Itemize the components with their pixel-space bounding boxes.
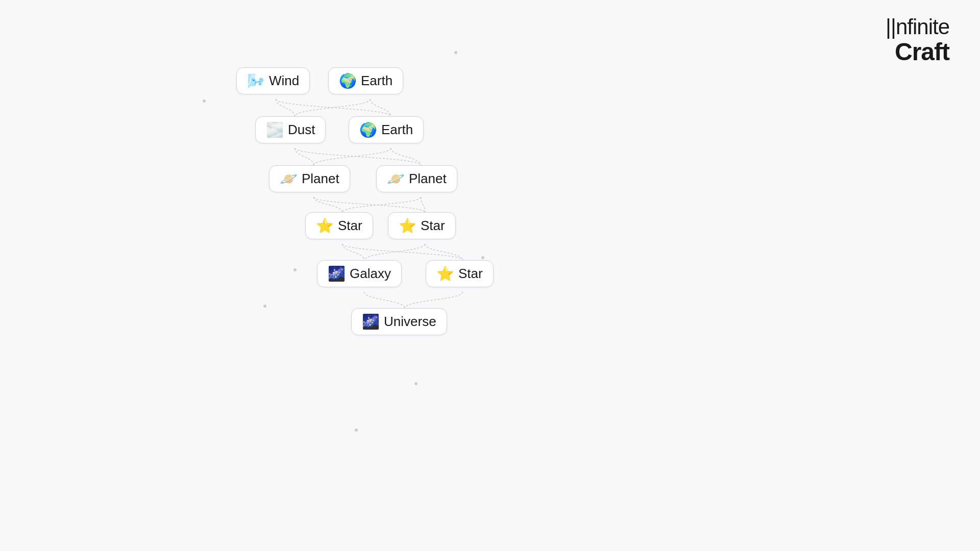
label-star1: Star [338,218,362,234]
item-dust[interactable]: 🌫️Dust [255,116,326,143]
decorative-dot [414,382,418,385]
item-planet1[interactable]: 🪐Planet [269,165,350,192]
label-galaxy: Galaxy [350,266,391,282]
emoji-planet1: 🪐 [280,172,298,186]
label-star3: Star [458,266,483,282]
emoji-star1: ⭐ [316,219,334,233]
decorative-dot [355,429,358,432]
label-wind: Wind [269,73,299,89]
emoji-galaxy: 🌌 [328,267,346,281]
emoji-earth1: 🌍 [339,74,357,88]
item-star2[interactable]: ⭐Star [388,212,456,239]
decorative-dot [293,268,297,271]
emoji-star3: ⭐ [436,267,454,281]
emoji-dust: 🌫️ [266,123,284,137]
logo-infinite: |nfinite [886,15,949,39]
label-dust: Dust [288,122,315,138]
emoji-wind: 🌬️ [247,74,265,88]
label-universe: Universe [384,314,436,330]
item-wind[interactable]: 🌬️Wind [236,67,310,94]
label-planet2: Planet [409,171,447,187]
emoji-earth2: 🌍 [359,123,377,137]
label-earth2: Earth [381,122,413,138]
decorative-dot [454,51,457,54]
emoji-planet2: 🪐 [387,172,405,186]
emoji-star2: ⭐ [399,219,416,233]
item-earth1[interactable]: 🌍Earth [328,67,403,94]
item-galaxy[interactable]: 🌌Galaxy [317,260,402,287]
label-star2: Star [421,218,445,234]
app-logo: |nfinite Craft [886,15,949,66]
item-universe[interactable]: 🌌Universe [351,308,447,335]
decorative-dot [481,256,484,259]
decorative-dot [203,99,206,103]
item-earth2[interactable]: 🌍Earth [349,116,424,143]
item-star3[interactable]: ⭐Star [426,260,494,287]
emoji-universe: 🌌 [362,315,380,329]
logo-craft: Craft [886,39,949,66]
item-planet2[interactable]: 🪐Planet [376,165,457,192]
decorative-dot [263,305,266,308]
label-planet1: Planet [302,171,339,187]
item-star1[interactable]: ⭐Star [305,212,373,239]
label-earth1: Earth [361,73,393,89]
